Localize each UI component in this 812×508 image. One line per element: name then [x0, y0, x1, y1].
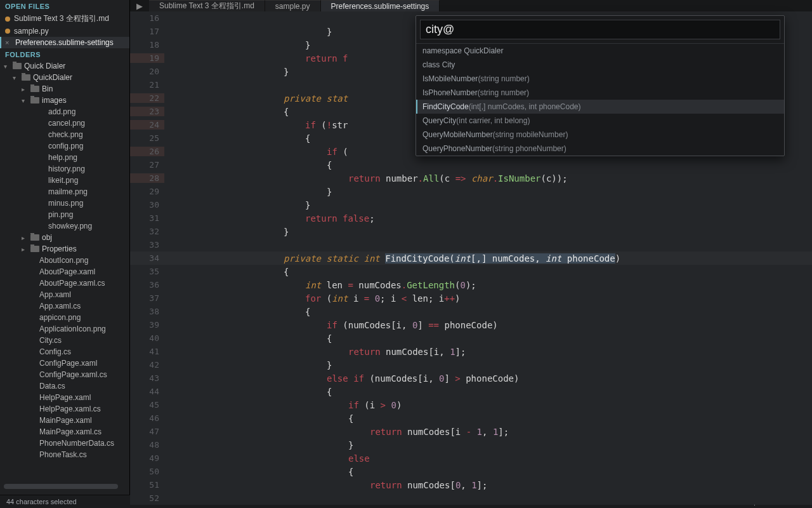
open-file-item[interactable]: Sublime Text 3 全程指引.md: [0, 12, 129, 25]
code-line[interactable]: 51return numCodes[0, 1];: [130, 478, 812, 491]
goto-item[interactable]: QueryMobileNumber(string mobileNumber): [416, 128, 784, 142]
file-item[interactable]: pin.png: [0, 209, 129, 220]
open-file-item[interactable]: ×Preferences.sublime-settings: [0, 37, 129, 48]
chevron-right-icon[interactable]: ▸: [22, 86, 28, 93]
tabs-dropdown-icon[interactable]: ▶: [130, 0, 149, 11]
file-item[interactable]: AboutIcon.png: [0, 255, 129, 266]
file-item[interactable]: showkey.png: [0, 220, 129, 232]
goto-item[interactable]: QueryPhoneNumber(string phoneNumber): [416, 142, 784, 156]
goto-item-signature: (string mobileNumber): [493, 130, 568, 139]
chevron-down-icon[interactable]: ▾: [22, 97, 28, 104]
line-number: 25: [130, 133, 164, 143]
file-item[interactable]: MainPage.xaml: [0, 415, 129, 426]
file-item[interactable]: history.png: [0, 163, 129, 175]
file-item[interactable]: ConfigPage.xaml.cs: [0, 369, 129, 380]
file-item[interactable]: AboutPage.xaml: [0, 266, 129, 277]
folders-header: FOLDERS: [0, 48, 129, 60]
code-line[interactable]: 33: [130, 238, 812, 251]
file-item[interactable]: AboutPage.xaml.cs: [0, 277, 129, 289]
code-line[interactable]: 40{: [130, 331, 812, 345]
goto-item-label: class City: [422, 60, 455, 69]
file-item[interactable]: Config.cs: [0, 346, 129, 358]
file-item[interactable]: PhoneTask.cs: [0, 449, 129, 460]
tab[interactable]: sample.py: [265, 0, 321, 11]
code-line[interactable]: 46{: [130, 411, 812, 425]
line-number: 37: [130, 293, 164, 303]
code-line[interactable]: 39if (numCodes[i, 0] == phoneCode): [130, 318, 812, 331]
sidebar-scrollbar[interactable]: [4, 484, 118, 489]
code-line[interactable]: 50{: [130, 465, 812, 478]
code-line[interactable]: 49else: [130, 451, 812, 465]
file-item[interactable]: appicon.png: [0, 312, 129, 323]
file-item[interactable]: App.xaml: [0, 289, 129, 300]
close-icon[interactable]: ×: [5, 39, 11, 46]
file-item[interactable]: likeit.png: [0, 175, 129, 186]
goto-item[interactable]: IsPhoneNumber(string number): [416, 86, 784, 100]
tab[interactable]: Sublime Text 3 全程指引.md: [149, 0, 265, 11]
code-line[interactable]: 48}: [130, 438, 812, 451]
code-line[interactable]: 45if (i > 0): [130, 398, 812, 411]
file-item[interactable]: minus.png: [0, 197, 129, 209]
code-line[interactable]: 47return numCodes[i - 1, 1];: [130, 425, 812, 438]
code-text: {: [176, 467, 812, 477]
chevron-down-icon[interactable]: ▾: [13, 74, 19, 81]
code-line[interactable]: 30}: [130, 198, 812, 211]
folder-label: obj: [42, 233, 52, 242]
folder-row[interactable]: ▾images: [0, 95, 129, 106]
code-line[interactable]: 43else if (numCodes[i, 0] > phoneCode): [130, 371, 812, 385]
file-item[interactable]: mailme.png: [0, 186, 129, 197]
code-line[interactable]: 37for (int i = 0; i < len; i++): [130, 291, 812, 305]
file-item[interactable]: config.png: [0, 140, 129, 152]
code-line[interactable]: 42}: [130, 358, 812, 371]
code-line[interactable]: 27{: [130, 158, 812, 171]
code-text: return numCodes[i, 1];: [176, 347, 812, 357]
file-item[interactable]: HelpPage.xaml: [0, 392, 129, 403]
code-line[interactable]: 41return numCodes[i, 1];: [130, 345, 812, 358]
code-line[interactable]: 31return false;: [130, 211, 812, 225]
code-line[interactable]: 52: [130, 491, 812, 505]
folder-row[interactable]: ▾QuickDialer: [0, 72, 129, 83]
code-line[interactable]: 35{: [130, 265, 812, 278]
file-item[interactable]: App.xaml.cs: [0, 300, 129, 312]
editor[interactable]: 1617}18}19return f20}2122private stat23{…: [130, 11, 812, 505]
file-item[interactable]: cancel.png: [0, 117, 129, 129]
goto-item[interactable]: FindCityCode(int[,] numCodes, int phoneC…: [416, 100, 784, 114]
file-item[interactable]: ApplicationIcon.png: [0, 323, 129, 335]
file-item[interactable]: City.cs: [0, 335, 129, 346]
goto-item[interactable]: class City: [416, 58, 784, 72]
folder-row[interactable]: ▸Properties: [0, 243, 129, 255]
code-line[interactable]: 36int len = numCodes.GetLength(0);: [130, 278, 812, 291]
code-line[interactable]: 28return number.All(c => char.IsNumber(c…: [130, 171, 812, 185]
file-item[interactable]: PhoneNumberData.cs: [0, 438, 129, 449]
file-item[interactable]: Data.cs: [0, 380, 129, 392]
folder-row[interactable]: ▾Quick Dialer: [0, 60, 129, 72]
goto-item[interactable]: namespace QuickDialer: [416, 44, 784, 58]
chevron-right-icon[interactable]: ▸: [22, 246, 28, 253]
chevron-right-icon[interactable]: ▸: [22, 234, 28, 241]
file-item[interactable]: HelpPage.xaml.cs: [0, 403, 129, 415]
folder-row[interactable]: ▸Bin: [0, 83, 129, 95]
goto-item[interactable]: IsMobileNumber(string number): [416, 72, 784, 86]
code-line[interactable]: 29}: [130, 185, 812, 198]
goto-item-signature: (string number): [478, 88, 529, 97]
line-number: 21: [130, 80, 164, 90]
chevron-down-icon[interactable]: ▾: [4, 63, 10, 70]
file-item[interactable]: check.png: [0, 129, 129, 140]
goto-input[interactable]: [420, 20, 780, 39]
code-line[interactable]: 44{: [130, 385, 812, 398]
code-text: {: [176, 413, 812, 424]
line-number: 48: [130, 440, 164, 450]
file-item[interactable]: ConfigPage.xaml: [0, 358, 129, 369]
file-item[interactable]: help.png: [0, 152, 129, 163]
line-number: 29: [130, 187, 164, 196]
code-line[interactable]: 38{: [130, 305, 812, 318]
file-item[interactable]: MainPage.xaml.cs: [0, 426, 129, 438]
file-item[interactable]: add.png: [0, 106, 129, 117]
code-line[interactable]: 34private static int FindCityCode(int[,]…: [130, 251, 812, 265]
folder-row[interactable]: ▸obj: [0, 232, 129, 243]
goto-item[interactable]: QueryCity(int carrier, int belong): [416, 114, 784, 128]
code-text: }: [176, 187, 812, 197]
tab[interactable]: Preferences.sublime-settings: [321, 0, 440, 11]
open-file-item[interactable]: sample.py: [0, 25, 129, 37]
code-line[interactable]: 32}: [130, 225, 812, 238]
